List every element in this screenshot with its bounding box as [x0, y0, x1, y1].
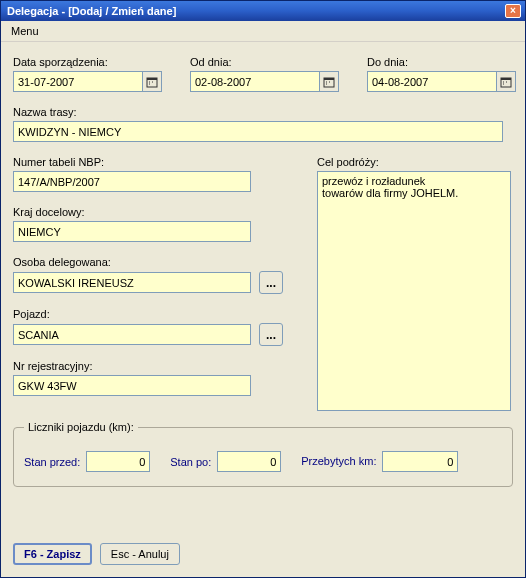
label-trip-purpose: Cel podróży:: [317, 156, 513, 168]
label-counter-after: Stan po:: [170, 456, 211, 468]
label-counter-traveled: Przebytych km:: [301, 455, 376, 467]
input-date-created[interactable]: [13, 71, 143, 92]
counters-legend: Liczniki pojazdu (km):: [24, 421, 138, 433]
svg-rect-6: [324, 78, 334, 80]
input-nbp-table[interactable]: [13, 171, 251, 192]
calendar-icon: [500, 76, 512, 88]
label-date-to: Do dnia:: [367, 56, 516, 68]
label-dest-country: Kraj docelowy:: [13, 206, 291, 218]
svg-rect-1: [147, 78, 157, 80]
label-nbp-table: Numer tabeli NBP:: [13, 156, 291, 168]
input-counter-traveled[interactable]: [382, 451, 458, 472]
datepicker-button-created[interactable]: [143, 71, 162, 92]
label-delegate: Osoba delegowana:: [13, 256, 291, 268]
menubar: Menu: [1, 21, 525, 42]
cancel-button[interactable]: Esc - Anuluj: [100, 543, 180, 565]
input-vehicle[interactable]: [13, 324, 251, 345]
counters-groupbox: Liczniki pojazdu (km): Stan przed: Stan …: [13, 421, 513, 487]
footer: F6 - Zapisz Esc - Anuluj: [1, 533, 525, 577]
form-content: Data sporządzenia: Od dnia:: [1, 42, 525, 533]
input-counter-before[interactable]: [86, 451, 150, 472]
input-date-from[interactable]: [190, 71, 320, 92]
input-counter-after[interactable]: [217, 451, 281, 472]
label-reg-number: Nr rejestracyjny:: [13, 360, 291, 372]
svg-rect-11: [501, 78, 511, 80]
label-vehicle: Pojazd:: [13, 308, 291, 320]
input-route-name[interactable]: [13, 121, 503, 142]
label-route-name: Nazwa trasy:: [13, 106, 513, 118]
input-date-to[interactable]: [367, 71, 497, 92]
label-date-from: Od dnia:: [190, 56, 339, 68]
calendar-icon: [146, 76, 158, 88]
titlebar: Delegacja - [Dodaj / Zmień dane] ×: [1, 1, 525, 21]
input-delegate[interactable]: [13, 272, 251, 293]
close-button[interactable]: ×: [505, 4, 521, 18]
input-reg-number[interactable]: [13, 375, 251, 396]
label-date-created: Data sporządzenia:: [13, 56, 162, 68]
datepicker-button-from[interactable]: [320, 71, 339, 92]
input-dest-country[interactable]: [13, 221, 251, 242]
lookup-delegate-button[interactable]: ...: [259, 271, 283, 294]
datepicker-button-to[interactable]: [497, 71, 516, 92]
label-counter-before: Stan przed:: [24, 456, 80, 468]
menu-item-menu[interactable]: Menu: [5, 23, 45, 39]
calendar-icon: [323, 76, 335, 88]
lookup-vehicle-button[interactable]: ...: [259, 323, 283, 346]
window-title: Delegacja - [Dodaj / Zmień dane]: [7, 5, 176, 17]
close-icon: ×: [510, 6, 516, 16]
main-window: Delegacja - [Dodaj / Zmień dane] × Menu …: [0, 0, 526, 578]
save-button[interactable]: F6 - Zapisz: [13, 543, 92, 565]
textarea-trip-purpose[interactable]: [317, 171, 511, 411]
